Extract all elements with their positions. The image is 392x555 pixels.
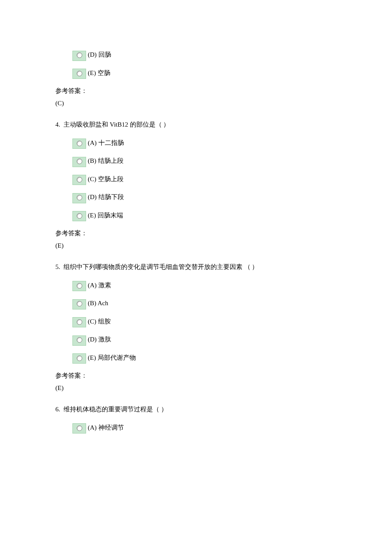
radio-icon[interactable] bbox=[72, 69, 86, 79]
radio-circle-icon bbox=[77, 283, 82, 289]
radio-icon[interactable] bbox=[72, 139, 86, 149]
radio-circle-icon bbox=[77, 213, 82, 219]
question-number: 6. bbox=[55, 406, 60, 413]
question-text: 组织中下列哪项物质的变化是调节毛细血管交替开放的主要因素 （ ） bbox=[63, 263, 259, 270]
radio-icon[interactable] bbox=[72, 335, 86, 346]
q5-option-c: (C) 组胺 bbox=[72, 315, 337, 328]
option-label: (A) 神经调节 bbox=[88, 422, 124, 434]
q6-option-a: (A) 神经调节 bbox=[72, 422, 337, 434]
q3-option-e: (E) 空肠 bbox=[72, 67, 337, 79]
option-label: (E) 回肠末端 bbox=[88, 209, 123, 222]
q3-option-d: (D) 回肠 bbox=[72, 49, 337, 61]
q4-option-b: (B) 结肠上段 bbox=[72, 155, 337, 167]
radio-circle-icon bbox=[77, 71, 82, 76]
q5-answer-block: 参考答案： (E) bbox=[55, 370, 337, 394]
option-label: (D) 结肠下段 bbox=[88, 191, 124, 203]
radio-icon[interactable] bbox=[72, 157, 86, 167]
question-number: 4. bbox=[55, 121, 60, 128]
option-label: (E) 局部代谢产物 bbox=[88, 352, 136, 364]
radio-circle-icon bbox=[77, 319, 82, 325]
q4-option-a: (A) 十二指肠 bbox=[72, 137, 337, 149]
radio-circle-icon bbox=[77, 195, 82, 200]
radio-icon[interactable] bbox=[72, 317, 86, 327]
question-text: 维持机体稳态的重要调节过程是（ ） bbox=[63, 406, 167, 413]
radio-icon[interactable] bbox=[72, 51, 86, 61]
q4-option-c: (C) 空肠上段 bbox=[72, 173, 337, 185]
radio-icon[interactable] bbox=[72, 299, 86, 309]
radio-icon[interactable] bbox=[72, 281, 86, 291]
option-label: (C) 空肠上段 bbox=[88, 173, 124, 185]
radio-circle-icon bbox=[77, 141, 82, 146]
radio-icon[interactable] bbox=[72, 423, 86, 434]
question-number: 5. bbox=[55, 263, 60, 270]
q4-option-e: (E) 回肠末端 bbox=[72, 209, 337, 222]
option-label: (D) 激肽 bbox=[88, 333, 111, 346]
q5-option-d: (D) 激肽 bbox=[72, 333, 337, 346]
option-label: (A) 激素 bbox=[88, 279, 111, 292]
option-label: (C) 组胺 bbox=[88, 315, 111, 328]
q3-answer-block: 参考答案： (C) bbox=[55, 85, 337, 109]
answer-label: 参考答案： bbox=[55, 370, 337, 382]
q5-option-e: (E) 局部代谢产物 bbox=[72, 352, 337, 364]
radio-icon[interactable] bbox=[72, 353, 86, 364]
q4-answer-block: 参考答案： (E) bbox=[55, 227, 337, 251]
q4-stem: 4. 主动吸收胆盐和 VitB12 的部位是（ ） bbox=[55, 119, 337, 131]
q5-option-b: (B) Ach bbox=[72, 297, 337, 309]
radio-circle-icon bbox=[77, 301, 82, 306]
q6-stem: 6. 维持机体稳态的重要调节过程是（ ） bbox=[55, 403, 337, 416]
radio-icon[interactable] bbox=[72, 211, 86, 221]
option-label: (A) 十二指肠 bbox=[88, 137, 124, 149]
q5-option-a: (A) 激素 bbox=[72, 279, 337, 292]
question-text: 主动吸收胆盐和 VitB12 的部位是（ ） bbox=[63, 121, 170, 128]
answer-label: 参考答案： bbox=[55, 85, 337, 97]
radio-circle-icon bbox=[77, 356, 82, 361]
q4-option-d: (D) 结肠下段 bbox=[72, 191, 337, 203]
answer-value: (C) bbox=[55, 97, 337, 110]
radio-circle-icon bbox=[77, 52, 82, 58]
option-label: (D) 回肠 bbox=[88, 49, 111, 61]
option-label: (B) 结肠上段 bbox=[88, 155, 124, 167]
radio-icon[interactable] bbox=[72, 193, 86, 203]
q5-stem: 5. 组织中下列哪项物质的变化是调节毛细血管交替开放的主要因素 （ ） bbox=[55, 261, 337, 273]
radio-circle-icon bbox=[77, 159, 82, 164]
option-label: (B) Ach bbox=[88, 297, 108, 309]
answer-value: (E) bbox=[55, 382, 337, 394]
answer-label: 参考答案： bbox=[55, 227, 337, 240]
radio-circle-icon bbox=[77, 425, 82, 431]
radio-circle-icon bbox=[77, 337, 82, 343]
answer-value: (E) bbox=[55, 240, 337, 252]
radio-circle-icon bbox=[77, 177, 82, 182]
option-label: (E) 空肠 bbox=[88, 67, 110, 79]
radio-icon[interactable] bbox=[72, 175, 86, 185]
